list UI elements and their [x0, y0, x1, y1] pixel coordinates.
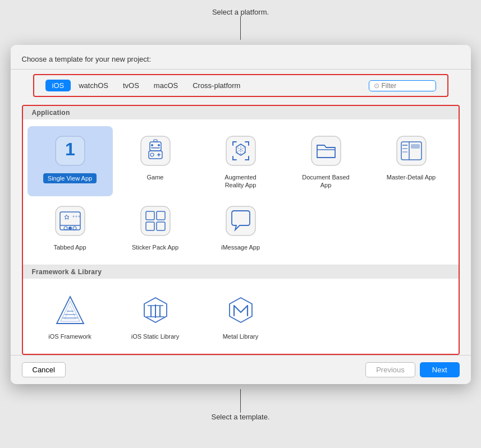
metal-library-label: Metal Library	[223, 332, 259, 340]
single-view-app-label: Single View App	[43, 173, 97, 183]
filter-box[interactable]: ⊙	[369, 80, 436, 91]
svg-rect-22	[411, 144, 420, 149]
application-templates-grid: 1 Single View App	[23, 119, 459, 265]
augmented-reality-icon	[223, 133, 259, 169]
platform-tabs: iOS watchOS tvOS macOS Cross-platform	[45, 80, 248, 91]
svg-rect-7	[151, 147, 160, 149]
ios-framework-label: iOS Framework	[48, 332, 91, 340]
svg-marker-43	[65, 306, 76, 319]
template-game[interactable]: Game	[113, 126, 198, 196]
master-detail-icon	[393, 133, 429, 169]
filter-input[interactable]	[382, 82, 427, 90]
ios-static-library-label: iOS Static Library	[131, 332, 180, 340]
svg-text:1: 1	[65, 139, 75, 159]
sticker-pack-label: Sticker Pack App	[132, 243, 178, 251]
framework-templates-grid: iOS Framework	[23, 279, 459, 354]
tab-macos[interactable]: macOS	[147, 80, 185, 91]
template-imessage[interactable]: iMessage App	[198, 196, 283, 258]
svg-marker-53	[230, 298, 252, 322]
metal-library-icon	[223, 292, 259, 328]
svg-point-6	[158, 144, 160, 146]
platform-tabs-row: iOS watchOS tvOS macOS Cross-platform ⊙	[33, 74, 448, 97]
dialog-footer: Cancel Previous Next	[11, 355, 471, 384]
content-area: Application 1 Single View App	[22, 105, 460, 355]
ios-framework-icon	[52, 292, 88, 328]
template-tabbed-app[interactable]: Tabbed App	[28, 196, 113, 258]
game-label: Game	[147, 173, 164, 181]
ios-static-library-icon	[138, 292, 173, 328]
game-icon	[138, 133, 173, 169]
tab-watchos[interactable]: watchOS	[72, 80, 115, 91]
filter-icon: ⊙	[374, 82, 379, 90]
bottom-annotation-text: Select a template.	[211, 413, 269, 421]
framework-section-header: Framework & Library	[23, 265, 459, 279]
tabbed-app-icon	[52, 203, 88, 239]
document-based-icon	[308, 133, 344, 169]
svg-rect-35	[141, 206, 170, 235]
sticker-pack-icon	[138, 203, 173, 239]
document-based-label: Document BasedApp	[302, 173, 349, 190]
template-metal-library[interactable]: Metal Library	[198, 285, 283, 347]
svg-point-33	[68, 227, 72, 230]
template-sticker-pack[interactable]: Sticker Pack App	[113, 196, 198, 258]
tab-tvos[interactable]: tvOS	[116, 80, 146, 91]
augmented-reality-label: AugmentedReality App	[225, 173, 256, 190]
svg-point-5	[151, 144, 153, 146]
template-master-detail[interactable]: Master-Detail App	[369, 126, 454, 196]
tabbed-app-label: Tabbed App	[53, 243, 86, 251]
application-section-header: Application	[23, 106, 459, 119]
nav-button-group: Previous Next	[365, 362, 459, 377]
previous-button[interactable]: Previous	[365, 362, 415, 377]
svg-rect-18	[311, 136, 341, 165]
single-view-app-icon: 1	[52, 133, 88, 169]
template-document-based[interactable]: Document BasedApp	[283, 126, 369, 196]
next-button[interactable]: Next	[420, 362, 460, 377]
bottom-annotation-line	[240, 389, 241, 413]
top-annotation-text: Select a platform.	[212, 8, 269, 16]
tab-crossplatform[interactable]: Cross-platform	[186, 80, 247, 91]
top-annotation-line	[240, 16, 241, 40]
svg-point-31	[78, 215, 80, 217]
tab-ios[interactable]: iOS	[45, 80, 71, 91]
template-chooser-dialog: Choose a template for your new project: …	[11, 45, 471, 384]
imessage-label: iMessage App	[221, 243, 260, 251]
svg-point-30	[75, 215, 77, 217]
template-augmented-reality[interactable]: AugmentedReality App	[198, 126, 283, 196]
cancel-button[interactable]: Cancel	[22, 362, 66, 377]
dialog-header-text: Choose a template for your new project:	[22, 55, 152, 63]
dialog-header: Choose a template for your new project:	[11, 45, 471, 70]
svg-point-29	[72, 215, 74, 217]
master-detail-label: Master-Detail App	[387, 173, 436, 181]
template-ios-framework[interactable]: iOS Framework	[28, 285, 113, 347]
imessage-icon	[223, 203, 259, 239]
template-ios-static-library[interactable]: iOS Static Library	[113, 285, 198, 347]
template-single-view-app[interactable]: 1 Single View App	[28, 126, 113, 196]
